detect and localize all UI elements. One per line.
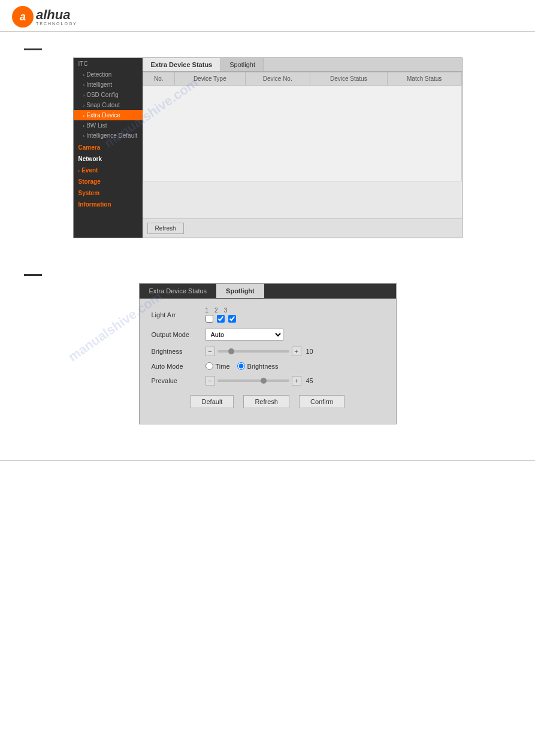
form-area: Light Arr 1 2 3 — [140, 299, 396, 414]
refresh-button[interactable]: Refresh — [147, 223, 184, 234]
output-mode-row: Output Mode Auto Manual — [152, 329, 384, 341]
brightness-row: Brightness − + 10 — [152, 347, 384, 356]
col-device-status: Device Status — [310, 72, 387, 86]
spotlight-tab-spotlight[interactable]: Spotlight — [216, 284, 264, 298]
num-3: 3 — [224, 307, 228, 314]
prevalue-increase-btn[interactable]: + — [292, 376, 301, 385]
light-arr-control: 1 2 3 — [205, 307, 384, 323]
sidebar-item-snap-cutout[interactable]: ›Snap Cutout — [74, 100, 143, 110]
prevalue-decrease-btn[interactable]: − — [205, 376, 215, 385]
radio-time[interactable] — [205, 362, 213, 370]
header: a alhua TECHNOLOGY — [0, 0, 535, 32]
sidebar-item-bw-list[interactable]: ›BW List — [74, 120, 143, 130]
default-button[interactable]: Default — [191, 395, 234, 408]
itc-label: ITC — [74, 58, 143, 69]
col-device-type: Device Type — [174, 72, 245, 86]
brightness-decrease-btn[interactable]: − — [205, 347, 215, 356]
sidebar: ITC ›Detection ›Intelligent ›OSD Config … — [74, 58, 143, 238]
checkbox-1[interactable] — [205, 315, 213, 323]
sidebar-item-osd-config[interactable]: ›OSD Config — [74, 90, 143, 100]
brightness-control: − + 10 — [205, 347, 384, 356]
sidebar-item-extra-device[interactable]: ›Extra Device — [74, 110, 143, 120]
checkbox-3[interactable] — [228, 315, 236, 323]
spotlight-tab-extra-device[interactable]: Extra Device Status — [140, 284, 217, 298]
arrow-icon: › — [83, 83, 85, 88]
bottom-bar: Refresh — [143, 218, 462, 238]
tab-spotlight[interactable]: Spotlight — [221, 58, 264, 71]
checkbox-group — [205, 315, 384, 323]
output-mode-select[interactable]: Auto Manual — [205, 329, 283, 341]
sidebar-section-storage[interactable]: Storage — [74, 176, 143, 187]
output-mode-label: Output Mode — [152, 331, 205, 338]
col-device-no: Device No. — [245, 72, 310, 86]
logo-main-text: alhua — [36, 8, 77, 22]
radio-group: Time Brightness — [205, 362, 384, 370]
prevalue-value: 45 — [306, 377, 318, 384]
brightness-increase-btn[interactable]: + — [292, 347, 301, 356]
prevalue-row: Prevalue − + 45 — [152, 376, 384, 385]
logo-icon: a — [12, 6, 34, 28]
checkbox-nums: 1 2 3 — [205, 307, 384, 314]
table-row — [143, 86, 461, 181]
arrow-icon: › — [83, 72, 85, 78]
arrow-icon: › — [83, 103, 85, 108]
radio-brightness[interactable] — [237, 362, 245, 370]
sidebar-section-system[interactable]: System — [74, 187, 143, 199]
dropdown-wrapper: Auto Manual — [205, 329, 384, 341]
tab-extra-device-status[interactable]: Extra Device Status — [143, 58, 222, 71]
spotlight-tab-bar: Extra Device Status Spotlight — [140, 284, 396, 299]
section-marker-2 — [24, 274, 42, 276]
footer-line — [0, 460, 535, 461]
checkbox-2[interactable] — [217, 315, 225, 323]
action-buttons: Default Refresh Confirm — [152, 395, 384, 408]
arrow-icon: › — [78, 168, 80, 174]
col-match-status: Match Status — [387, 72, 461, 86]
prevalue-track[interactable] — [217, 379, 289, 382]
auto-mode-row: Auto Mode Time Brightness — [152, 362, 384, 370]
logo-area: a alhua TECHNOLOGY — [12, 6, 523, 28]
radio-time-label[interactable]: Time — [205, 362, 230, 370]
sidebar-item-intelligent[interactable]: ›Intelligent — [74, 80, 143, 90]
brightness-thumb[interactable] — [228, 348, 234, 354]
radio-brightness-text: Brightness — [247, 363, 279, 370]
sidebar-item-detection[interactable]: ›Detection — [74, 69, 143, 80]
light-arr-row: Light Arr 1 2 3 — [152, 307, 384, 323]
sidebar-section-event[interactable]: ›Event — [74, 165, 143, 176]
slider-row-prevalue: − + 45 — [205, 376, 384, 385]
brightness-track[interactable] — [217, 350, 289, 353]
sidebar-section-network[interactable]: Network — [74, 153, 143, 165]
arrow-icon: › — [83, 93, 85, 98]
section1-container: manualshive.com ITC ›Detection ›Intellig… — [24, 57, 511, 256]
page-content: manualshive.com ITC ›Detection ›Intellig… — [0, 32, 535, 436]
light-arr-label: Light Arr — [152, 311, 205, 318]
prevalue-control: − + 45 — [205, 376, 384, 385]
sidebar-section-camera[interactable]: Camera — [74, 142, 143, 153]
logo-text: alhua TECHNOLOGY — [36, 8, 77, 26]
spotlight-panel: Extra Device Status Spotlight Light Arr … — [139, 283, 397, 424]
num-2: 2 — [214, 307, 218, 314]
ui-layout: ITC ›Detection ›Intelligent ›OSD Config … — [74, 58, 462, 238]
confirm-button[interactable]: Confirm — [299, 395, 345, 408]
main-area: Extra Device Status Spotlight No. Device… — [143, 58, 462, 238]
prevalue-thumb[interactable] — [261, 378, 267, 384]
device-table: No. Device Type Device No. Device Status… — [143, 72, 462, 181]
section2-container: manualshive.com Extra Device Status Spot… — [24, 283, 511, 424]
sidebar-item-intelligence-default[interactable]: ›Intelligence Default — [74, 130, 143, 141]
prevalue-label: Prevalue — [152, 377, 205, 384]
auto-mode-label: Auto Mode — [152, 363, 205, 370]
refresh-button-2[interactable]: Refresh — [243, 395, 289, 408]
auto-mode-control: Time Brightness — [205, 362, 384, 370]
col-no: No. — [143, 72, 174, 86]
slider-row-brightness: − + 10 — [205, 347, 384, 356]
arrow-icon: › — [83, 133, 85, 139]
tab-bar: Extra Device Status Spotlight — [143, 58, 462, 72]
sidebar-section-information[interactable]: Information — [74, 199, 143, 210]
table-area: No. Device Type Device No. Device Status… — [143, 72, 462, 218]
ui-window-1: ITC ›Detection ›Intelligent ›OSD Config … — [73, 57, 463, 238]
section-marker-1 — [24, 48, 42, 50]
arrow-icon: › — [83, 113, 85, 119]
arrow-icon: › — [83, 123, 85, 129]
radio-brightness-label[interactable]: Brightness — [237, 362, 279, 370]
brightness-value: 10 — [306, 348, 318, 355]
logo-sub-text: TECHNOLOGY — [36, 22, 77, 26]
